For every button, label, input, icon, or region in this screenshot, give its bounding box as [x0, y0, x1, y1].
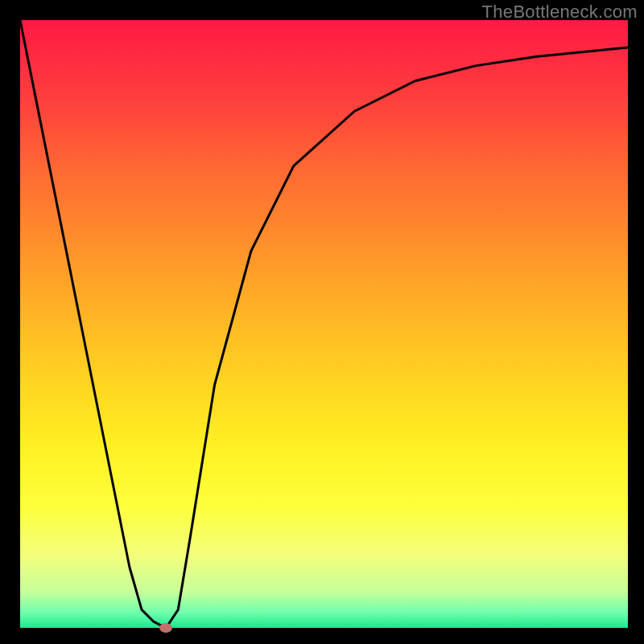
bottleneck-curve [20, 20, 628, 628]
watermark-text: TheBottleneck.com [482, 2, 638, 23]
chart-frame: TheBottleneck.com [0, 0, 644, 644]
optimal-point-marker [159, 623, 172, 633]
plot-area [20, 20, 628, 628]
